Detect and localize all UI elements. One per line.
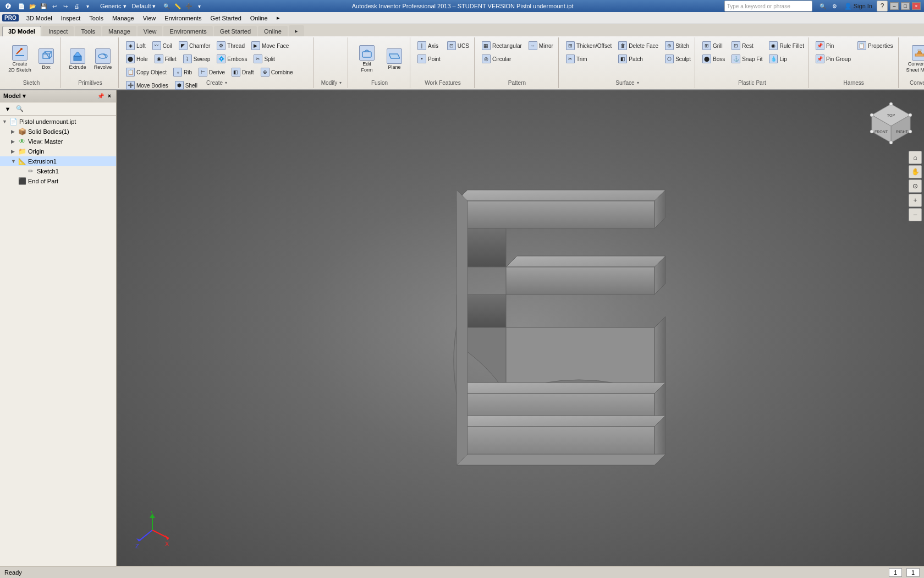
thicken-offset-button[interactable]: ⊞Thicken/Offset xyxy=(563,40,614,52)
properties-button[interactable]: 📋Properties xyxy=(855,40,896,52)
boss-button[interactable]: ⬤Boss xyxy=(700,53,728,65)
zoom-button[interactable]: 🔍 xyxy=(162,2,172,10)
circular-button[interactable]: ◎Circular xyxy=(479,53,514,65)
menu-inspect[interactable]: Inspect xyxy=(57,14,85,23)
search-icon[interactable]: 🔍 xyxy=(818,2,828,10)
extrude-button[interactable]: Extrude xyxy=(65,40,90,78)
chamfer-button[interactable]: ◤Chamfer xyxy=(176,40,213,52)
tree-item-origin[interactable]: ▶ 📁 Origin xyxy=(0,146,116,156)
rest-button[interactable]: ⊡Rest xyxy=(729,40,756,52)
minimize-button[interactable]: – xyxy=(890,2,899,10)
plane-button[interactable]: Plane xyxy=(382,40,406,78)
left-panel-resize-handle[interactable] xyxy=(114,90,116,566)
panel-pin-button[interactable]: 📌 xyxy=(97,93,104,100)
help-button[interactable]: ? xyxy=(877,1,888,12)
tab-manage[interactable]: Manage xyxy=(102,26,136,36)
style-dropdown[interactable]: Default ▾ xyxy=(132,3,156,10)
loft-button[interactable]: ◈Loft xyxy=(123,40,148,52)
convert-sheet-metal-button[interactable]: Convert toSheet Metal xyxy=(903,40,924,78)
patch-button[interactable]: ◧Patch xyxy=(615,53,646,65)
tab-extra[interactable]: ▸ xyxy=(289,25,304,36)
draft-button[interactable]: ◧Draft xyxy=(229,66,257,78)
home-view-button[interactable]: ⌂ xyxy=(909,151,922,164)
print-button[interactable]: 🖨 xyxy=(72,2,81,10)
navigation-cube[interactable]: TOP FRONT RIGHT xyxy=(869,101,913,145)
measure-button[interactable]: 📏 xyxy=(173,2,183,10)
derive-button[interactable]: ⊢Derive xyxy=(196,66,228,78)
filter-button[interactable]: ▼ xyxy=(2,104,13,114)
zoom-out-button[interactable]: – xyxy=(909,208,922,221)
3d-viewport[interactable]: TOP FRONT RIGHT ⌂ ✋ ⊙ + – xyxy=(117,90,924,566)
edit-form-button[interactable]: EditForm xyxy=(353,40,381,78)
pin-group-button[interactable]: 📌Pin Group xyxy=(813,53,854,65)
tree-item-end-of-part[interactable]: ⬛ End of Part xyxy=(0,176,116,186)
lip-button[interactable]: 💧Lip xyxy=(766,53,789,65)
axis-button[interactable]: |Axis xyxy=(415,40,441,52)
undo-button[interactable]: ↩ xyxy=(50,2,59,10)
mirror-button[interactable]: ↔Mirror xyxy=(526,40,556,52)
sweep-button[interactable]: ⤵Sweep xyxy=(180,53,213,65)
thread-button[interactable]: ⚙Thread xyxy=(214,40,248,52)
tree-item-solid-bodies[interactable]: ▶ 📦 Solid Bodies(1) xyxy=(0,127,116,137)
menu-manage[interactable]: Manage xyxy=(108,14,139,23)
trim-button[interactable]: ✂Trim xyxy=(563,53,590,65)
tab-environments[interactable]: Environments xyxy=(163,26,212,36)
menu-tools[interactable]: Tools xyxy=(85,14,108,23)
tab-view[interactable]: View xyxy=(138,26,163,36)
search-model-button[interactable]: 🔍 xyxy=(14,104,25,114)
revolve-button[interactable]: Revolve xyxy=(91,40,115,78)
menu-more[interactable]: ▸ xyxy=(272,13,284,23)
tree-item-root[interactable]: ▼ 📄 Pistol undermount.ipt xyxy=(0,117,116,127)
delete-face-button[interactable]: 🗑Delete Face xyxy=(615,40,661,52)
ucs-button[interactable]: ⊡UCS xyxy=(444,40,472,52)
stitch-button[interactable]: ⊕Stitch xyxy=(662,40,692,52)
toolbar-dropdown[interactable]: ▾ xyxy=(195,2,205,10)
hole-button[interactable]: ⬤Hole xyxy=(123,53,151,65)
tree-item-sketch1[interactable]: ✏ Sketch1 xyxy=(0,166,116,176)
rule-fillet-button[interactable]: ◉Rule Fillet xyxy=(766,40,806,52)
snap-fit-button[interactable]: ⚓Snap Fit xyxy=(729,53,765,65)
zoom-in-button[interactable]: + xyxy=(909,194,922,207)
copy-object-button[interactable]: 📋Copy Object xyxy=(123,66,169,78)
close-button[interactable]: × xyxy=(912,2,921,10)
combine-button[interactable]: ⊕Combine xyxy=(258,66,296,78)
new-button[interactable]: 📄 xyxy=(16,2,26,10)
create-2d-sketch-button[interactable]: Create2D Sketch xyxy=(6,40,34,78)
split-button[interactable]: ✂Split xyxy=(251,53,277,65)
grill-button[interactable]: ⊞Grill xyxy=(700,40,725,52)
qa-dropdown[interactable]: ▾ xyxy=(82,2,92,10)
fillet-button[interactable]: ◉Fillet xyxy=(152,53,179,65)
pan-button[interactable]: ✋ xyxy=(909,165,922,178)
rib-button[interactable]: ⬦Rib xyxy=(170,66,195,78)
move-face-button[interactable]: ▶Move Face xyxy=(249,40,292,52)
coil-button[interactable]: 〰Coil xyxy=(150,40,175,52)
tab-getstarted[interactable]: Get Started xyxy=(214,26,257,36)
zoom-fit-button[interactable]: ⊙ xyxy=(909,179,922,193)
emboss-button[interactable]: 💠Emboss xyxy=(214,53,250,65)
open-button[interactable]: 📂 xyxy=(28,2,37,10)
tab-tools[interactable]: Tools xyxy=(75,26,101,36)
rectangular-button[interactable]: ▦Rectangular xyxy=(479,40,525,52)
workspace-dropdown[interactable]: Generic ▾ xyxy=(100,3,127,10)
menu-environments[interactable]: Environments xyxy=(160,14,206,23)
redo-button[interactable]: ↪ xyxy=(61,2,70,10)
plus-button[interactable]: ➕ xyxy=(184,2,194,10)
save-button[interactable]: 💾 xyxy=(38,2,48,10)
tab-3dmodel[interactable]: 3D Model xyxy=(2,26,41,36)
sign-in-button[interactable]: 👤 Sign In xyxy=(842,3,875,10)
sculpt-button[interactable]: ⬡Sculpt xyxy=(662,53,694,65)
search-options[interactable]: ⚙ xyxy=(830,2,840,10)
shell-button[interactable]: ⬢Shell xyxy=(172,79,200,91)
box-button[interactable]: Box xyxy=(35,40,57,78)
move-bodies-button[interactable]: ➕Move Bodies xyxy=(123,79,171,91)
tab-inspect[interactable]: Inspect xyxy=(42,26,74,36)
restore-button[interactable]: □ xyxy=(901,2,910,10)
menu-online[interactable]: Online xyxy=(246,14,272,23)
tree-item-view-master[interactable]: ▶ 👁 View: Master xyxy=(0,137,116,146)
pin-button[interactable]: 📌Pin xyxy=(813,40,837,52)
panel-close-button[interactable]: × xyxy=(106,93,113,100)
menu-view[interactable]: View xyxy=(139,14,161,23)
tree-item-extrusion1[interactable]: ▼ 📐 Extrusion1 xyxy=(0,156,116,166)
point-button[interactable]: •Point xyxy=(415,53,443,65)
search-box[interactable]: Type a keyword or phrase xyxy=(724,1,812,12)
